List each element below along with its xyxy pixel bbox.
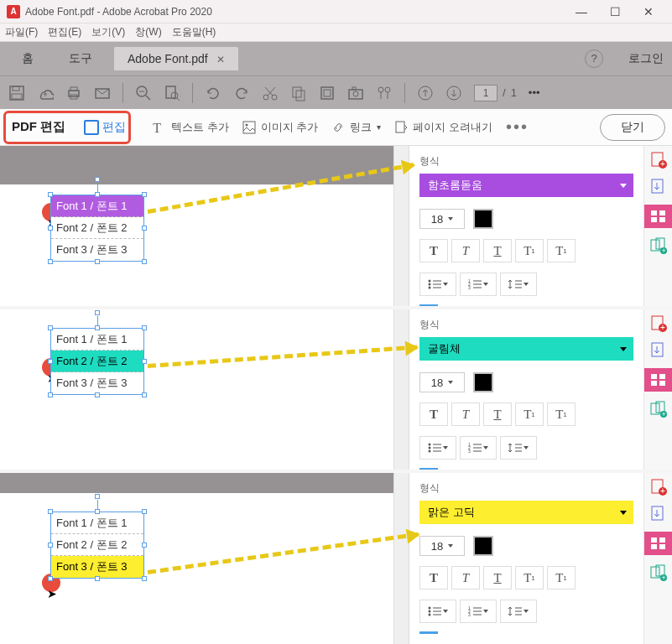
resize-handle[interactable]: [142, 543, 147, 548]
zoom-page-icon[interactable]: [164, 85, 180, 101]
resize-handle[interactable]: [142, 192, 147, 197]
subscript-button[interactable]: T1: [547, 402, 576, 426]
italic-button[interactable]: T: [451, 402, 480, 426]
menu-view[interactable]: 보기(V): [91, 25, 125, 39]
resize-handle[interactable]: [95, 509, 100, 514]
bold-button[interactable]: T: [419, 566, 448, 589]
scrollbar-2[interactable]: [393, 309, 409, 470]
resize-handle[interactable]: [48, 509, 53, 514]
superscript-button[interactable]: T1: [515, 566, 544, 589]
underline-button[interactable]: T: [483, 402, 512, 426]
link-button[interactable]: 링크▾: [331, 120, 381, 135]
resize-handle[interactable]: [48, 359, 53, 364]
menu-window[interactable]: 창(W): [135, 25, 161, 39]
font-line-3[interactable]: Font 3 / 폰트 3: [51, 372, 143, 394]
color-swatch[interactable]: [473, 372, 493, 392]
save-icon[interactable]: [8, 85, 25, 101]
scrollbar-3[interactable]: [393, 473, 409, 644]
editbar-more-icon[interactable]: •••: [506, 117, 529, 137]
rail-organize-icon[interactable]: [644, 205, 673, 228]
font-line-2[interactable]: Font 2 / 폰트 2: [51, 351, 143, 372]
close-editbar-button[interactable]: 닫기: [600, 114, 665, 141]
font-line-1[interactable]: Font 1 / 폰트 1: [51, 329, 143, 351]
font-dropdown-1[interactable]: 함초롬돋움: [419, 174, 633, 197]
font-line-2[interactable]: Font 2 / 폰트 2: [51, 534, 143, 556]
tab-document[interactable]: Adobe Font.pdf✕: [114, 47, 238, 70]
rail-combine-icon[interactable]: +: [649, 564, 668, 582]
tab-home[interactable]: 홈: [8, 46, 47, 71]
rail-export-icon[interactable]: [649, 505, 668, 523]
number-list-button[interactable]: 123: [460, 600, 497, 623]
color-swatch[interactable]: [473, 209, 493, 229]
underline-button[interactable]: T: [483, 566, 512, 589]
superscript-button[interactable]: T1: [515, 402, 544, 426]
resize-handle[interactable]: [95, 325, 100, 330]
font-line-3[interactable]: Font 3 / 폰트 3: [51, 556, 143, 578]
font-line-2[interactable]: Font 2 / 폰트 2: [51, 217, 143, 239]
underline-button[interactable]: T: [483, 239, 512, 262]
resize-handle[interactable]: [142, 359, 147, 364]
next-page-icon[interactable]: [445, 85, 462, 101]
print-icon[interactable]: [65, 85, 82, 101]
font-dropdown-3[interactable]: 맑은 고딕: [419, 501, 633, 524]
resize-handle[interactable]: [48, 576, 53, 581]
redo-icon[interactable]: [233, 85, 250, 101]
toolbar-more-icon[interactable]: •••: [529, 86, 540, 99]
color-swatch[interactable]: [473, 536, 493, 556]
rail-combine-icon[interactable]: +: [649, 236, 668, 255]
resize-handle[interactable]: [142, 226, 147, 231]
tab-close-icon[interactable]: ✕: [216, 54, 225, 65]
prev-page-icon[interactable]: [417, 85, 434, 101]
resize-handle[interactable]: [48, 226, 53, 231]
font-size-dropdown[interactable]: 18: [419, 372, 465, 392]
bold-button[interactable]: T: [419, 402, 448, 426]
font-line-1[interactable]: Font 1 / 폰트 1: [51, 195, 143, 217]
font-line-3[interactable]: Font 3 / 폰트 3: [51, 239, 143, 261]
italic-button[interactable]: T: [451, 566, 480, 589]
italic-button[interactable]: T: [451, 239, 480, 262]
number-list-button[interactable]: 123: [460, 436, 497, 460]
minimize-button[interactable]: —: [565, 2, 598, 22]
search-icon[interactable]: [376, 85, 393, 101]
line-spacing-button[interactable]: [500, 273, 537, 296]
menu-edit[interactable]: 편집(E): [48, 25, 81, 39]
mail-icon[interactable]: [94, 85, 111, 101]
resize-handle[interactable]: [48, 192, 53, 197]
rail-export-icon[interactable]: [649, 178, 668, 196]
rail-organize-icon[interactable]: [644, 368, 673, 392]
bullet-list-button[interactable]: [419, 600, 456, 623]
resize-handle[interactable]: [48, 325, 53, 330]
superscript-button[interactable]: T1: [515, 239, 544, 262]
text-selection-2[interactable]: Font 1 / 폰트 1 Font 2 / 폰트 2 Font 3 / 폰트 …: [50, 328, 144, 395]
resize-handle[interactable]: [95, 259, 100, 264]
resize-handle[interactable]: [142, 392, 147, 397]
stamp-icon[interactable]: [319, 85, 336, 101]
bullet-list-button[interactable]: [419, 273, 456, 296]
help-icon[interactable]: ?: [585, 49, 603, 68]
resize-handle[interactable]: [48, 259, 53, 264]
add-image-button[interactable]: 이미지 추가: [242, 120, 319, 135]
rail-create-icon[interactable]: +: [649, 478, 668, 496]
camera-icon[interactable]: [347, 85, 364, 101]
maximize-button[interactable]: ☐: [598, 2, 632, 22]
number-list-button[interactable]: 123: [460, 273, 497, 296]
resize-handle[interactable]: [95, 392, 100, 397]
bold-button[interactable]: T: [419, 239, 448, 262]
tab-tools[interactable]: 도구: [55, 46, 106, 71]
menu-file[interactable]: 파일(F): [5, 25, 38, 39]
font-dropdown-2[interactable]: 굴림체: [419, 337, 633, 361]
undo-icon[interactable]: [205, 85, 221, 101]
resize-handle[interactable]: [142, 325, 147, 330]
edit-button[interactable]: 편집: [84, 120, 126, 135]
zoom-out-icon[interactable]: [135, 85, 152, 101]
rail-export-icon[interactable]: [649, 341, 668, 360]
rotate-handle[interactable]: [95, 177, 100, 182]
rail-create-icon[interactable]: +: [649, 314, 668, 333]
rotate-handle[interactable]: [95, 310, 100, 315]
rotate-handle[interactable]: [95, 494, 100, 499]
line-spacing-button[interactable]: [500, 436, 537, 460]
login-button[interactable]: 로그인: [628, 51, 664, 66]
resize-handle[interactable]: [142, 576, 147, 581]
subscript-button[interactable]: T1: [547, 566, 576, 589]
crop-button[interactable]: 페이지 오려내기: [394, 120, 492, 135]
